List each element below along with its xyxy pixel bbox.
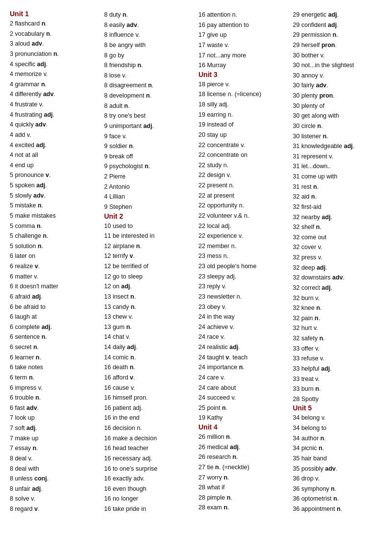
list-item: 26 research n. <box>198 452 288 462</box>
list-item: 22 experience v. <box>198 231 288 241</box>
list-item: 18 license n. (=licence) <box>198 89 288 100</box>
list-item: 5 pronounce v. <box>10 170 99 180</box>
list-item: 9 face v. <box>104 131 194 142</box>
list-item: 6 complete adj. <box>10 322 99 332</box>
list-item: 22 concentrate v. <box>198 140 288 151</box>
list-item: 36 symphony n. <box>293 484 383 494</box>
list-item: 33 offer v. <box>293 344 383 354</box>
list-item: 5 solution n. <box>10 241 99 252</box>
list-item: 28 pimple n. <box>198 493 288 503</box>
list-item: 32 pain n. <box>293 313 383 324</box>
list-item: 31 rest n. <box>293 182 383 192</box>
list-item: 34 author n. <box>293 433 383 444</box>
list-item: 32 safety n. <box>293 333 383 344</box>
list-item: 6 fast adv. <box>10 403 99 413</box>
list-item: 13 gum n. <box>104 322 194 332</box>
list-item: 30 plenty pron. <box>293 91 383 101</box>
list-item: 30 not...in the slightest <box>293 60 383 71</box>
list-item: 6 impress v. <box>10 383 99 393</box>
list-item: 32 burn v. <box>293 293 383 303</box>
list-item: 28 Spotty <box>293 394 383 404</box>
list-item: 32 downstairs adv. <box>293 273 383 283</box>
list-item: 24 taught v. teach <box>198 353 288 363</box>
list-item: 22 study n. <box>198 160 288 171</box>
list-item: 6 laugh at <box>10 312 99 322</box>
list-item: 8 lose v. <box>104 71 194 81</box>
list-item: 16 decision n. <box>104 423 194 433</box>
list-item: 8 deal v. <box>10 454 99 464</box>
list-item: 2 Pierre <box>104 172 194 182</box>
list-item: 30 get along with <box>293 111 383 121</box>
list-item: 32 hurt v. <box>293 323 383 333</box>
list-item: 34 picnic n. <box>293 443 383 454</box>
list-item: 4 frustrating adj. <box>10 110 99 120</box>
list-item: 23 obey v. <box>198 302 288 312</box>
list-item: 32 correct adj. <box>293 283 383 293</box>
list-item: 29 energetic adj. <box>293 10 383 20</box>
list-item: 23 sleepy adj. <box>198 272 288 282</box>
list-item: 32 deep adj. <box>293 263 383 273</box>
list-item: 16 in the end <box>104 413 194 423</box>
list-item: 36 optometrist n. <box>293 494 383 504</box>
list-item: 22 design v. <box>198 170 288 180</box>
list-item: 19 earring n. <box>198 110 288 120</box>
list-item: 5 comma n. <box>10 221 99 231</box>
list-item: 4 memorize v. <box>10 69 99 79</box>
list-item: 23 old people's home <box>198 261 288 272</box>
list-item: 4 quickly adv. <box>10 120 99 130</box>
list-item: 30 fairly adv. <box>293 80 383 91</box>
list-item: 24 importance n. <box>198 362 288 373</box>
column-1: Unit 12 flashcard n.2 vocabulary n.3 alo… <box>10 10 99 514</box>
list-item: 18 pierce v. <box>198 79 288 90</box>
list-item: 33 helpful adj. <box>293 364 383 374</box>
list-item: 29 confident adj. <box>293 20 383 30</box>
list-item: 8 try one's best <box>104 111 194 121</box>
list-item: 19 instead of <box>198 120 288 130</box>
list-item: 8 duty n. <box>104 10 194 20</box>
list-item: 16 necessary adj. <box>104 454 194 464</box>
list-item: 16 take pride in <box>104 504 194 514</box>
list-item: 22 member n. <box>198 241 288 252</box>
list-item: 20 stay up <box>198 130 288 140</box>
list-item: 14 comic n. <box>104 353 194 363</box>
list-item: 26 million n. <box>198 432 288 442</box>
list-item: 32 nearby adj. <box>293 212 383 223</box>
list-item: 13 candy n. <box>104 302 194 312</box>
list-item: 27 worry n. <box>198 473 288 483</box>
list-item: 6 trouble n. <box>10 393 99 403</box>
list-item: 19 Kathy <box>198 413 288 423</box>
list-item: 8 easily adv. <box>104 20 194 30</box>
list-item: 12 airplane n. <box>104 241 194 252</box>
list-item: 16 pay attention to <box>198 20 288 30</box>
list-item: 4 excited adj. <box>10 140 99 151</box>
list-item: 24 in the way <box>198 312 288 322</box>
list-item: 16 patient adj. <box>104 403 194 413</box>
list-item: 8 go by <box>104 50 194 61</box>
list-item: 32 shelf n. <box>293 222 383 232</box>
main-content: Unit 12 flashcard n.2 vocabulary n.3 alo… <box>10 10 382 514</box>
list-item: 24 race v. <box>198 332 288 342</box>
list-item: 16 make a decision <box>104 433 194 444</box>
list-item: 31 let...down.. <box>293 161 383 172</box>
list-item: 16 death n. <box>104 362 194 373</box>
list-item: 27 tie n. (=necktie) <box>198 462 288 473</box>
list-item: 16 no longer <box>104 494 194 504</box>
list-item: 8 deal with <box>10 464 99 474</box>
list-item: 24 care about <box>198 383 288 393</box>
list-item: 6 learner n. <box>10 353 99 363</box>
list-item: 30 listener n. <box>293 131 383 142</box>
list-item: 31 knowledgeable adj. <box>293 141 383 151</box>
list-item: 2 vocabulary n. <box>10 29 99 39</box>
list-item: 31 represent v. <box>293 151 383 162</box>
list-item: 32 knee n. <box>293 303 383 313</box>
list-item: 12 terrify v. <box>104 251 194 261</box>
list-item: 18 silly adj. <box>198 100 288 110</box>
list-item: 22 opportunity n. <box>198 201 288 211</box>
list-item: 33 burn n. <box>293 384 383 394</box>
list-item: 36 drop v. <box>293 474 383 484</box>
list-item: 7 soft adj. <box>10 423 99 433</box>
list-item: 35 possibly adv. <box>293 464 383 474</box>
list-item: 13 chew v. <box>104 312 194 322</box>
list-item: 13 insect n. <box>104 292 194 302</box>
list-item: 14 chat v. <box>104 332 194 342</box>
